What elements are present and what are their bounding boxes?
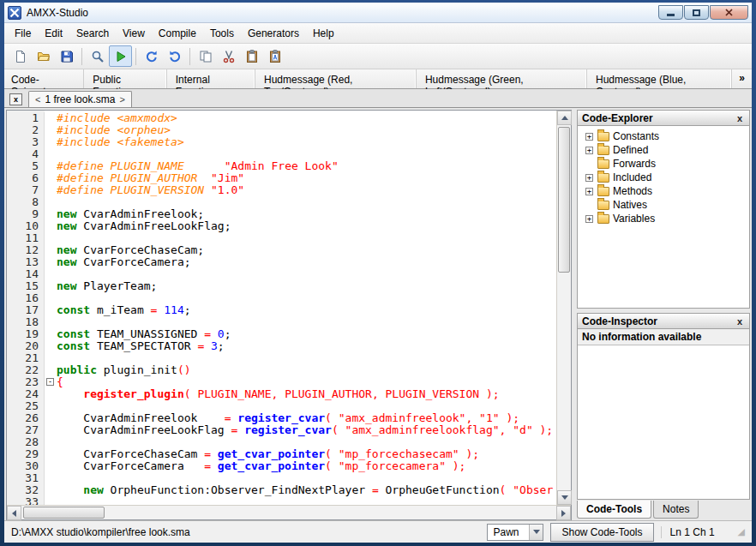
save-button[interactable] (55, 45, 78, 67)
cut-button[interactable] (217, 45, 240, 67)
scroll-down-button[interactable] (557, 490, 572, 505)
scroll-right-button[interactable] (556, 506, 571, 520)
line-number: 8 (7, 196, 45, 208)
tab-label: 1 free look.sma (45, 93, 115, 105)
language-select[interactable]: Pawn (487, 524, 543, 541)
menu-search[interactable]: Search (69, 23, 116, 43)
snippet-internal-function[interactable]: Internal Function (166, 69, 255, 88)
copy-button[interactable] (194, 45, 217, 67)
close-button[interactable] (710, 5, 748, 20)
folder-icon (597, 159, 609, 169)
paste-button[interactable] (240, 45, 263, 67)
code-line: 21 (7, 352, 556, 364)
code-line: 29 CvarForceChaseCam = get_cvar_pointer(… (7, 448, 556, 460)
show-code-tools-button[interactable]: Show Code-Tools (550, 523, 653, 542)
menu-view[interactable]: View (116, 23, 152, 43)
horizontal-scroll-track[interactable] (21, 506, 556, 519)
code-text: new CvarForceChaseCam; (57, 244, 556, 256)
scroll-left-button[interactable] (7, 506, 21, 520)
maximize-button[interactable] (684, 5, 709, 20)
menu-bar: FileEditSearchViewCompileToolsGenerators… (4, 23, 752, 44)
fold-margin (45, 484, 57, 496)
fold-margin (45, 400, 57, 412)
horizontal-scroll-thumb[interactable] (23, 507, 105, 519)
menu-help[interactable]: Help (306, 23, 341, 43)
undo-button[interactable] (140, 45, 163, 67)
bottom-tab-code-tools[interactable]: Code-Tools (577, 501, 651, 519)
undo-icon (145, 50, 159, 63)
search-button[interactable] (86, 45, 109, 67)
tab-scroll-left-icon[interactable]: < (35, 94, 40, 105)
code-explorer-close-icon[interactable]: x (735, 113, 745, 123)
select-all-button[interactable] (263, 45, 286, 67)
tab-free-look[interactable]: < 1 free look.sma > (28, 91, 132, 107)
code-text (57, 268, 556, 280)
vertical-scroll-thumb[interactable] (558, 127, 570, 273)
tree-item-constants[interactable]: +Constants (579, 129, 747, 143)
code-text: new CvarForceCamera; (57, 256, 556, 268)
resize-grip-icon[interactable]: ◢ (738, 526, 745, 537)
scroll-up-button[interactable] (557, 111, 572, 125)
menu-tools[interactable]: Tools (203, 23, 241, 43)
menu-edit[interactable]: Edit (38, 23, 69, 43)
code-text: const TEAM_SPECTATOR = 3; (57, 340, 556, 352)
code-editor[interactable]: 1#include <amxmodx>2#include <orpheu>3#i… (7, 111, 556, 505)
code-snippets-bar: Code-Snippets: Public FunctionInternal F… (4, 69, 752, 89)
tree-item-methods[interactable]: +Methods (579, 184, 747, 198)
code-explorer-title: Code-Explorer (582, 112, 653, 124)
new-file-button[interactable] (9, 45, 32, 67)
line-number: 13 (7, 256, 45, 268)
expand-plus-icon[interactable]: + (585, 133, 593, 141)
code-inspector-panel: Code-Inspector x No information availabl… (577, 313, 750, 500)
line-number: 29 (7, 448, 45, 460)
folder-icon (597, 132, 609, 141)
tab-scroll-right-icon[interactable]: > (119, 94, 124, 105)
expand-plus-icon[interactable]: + (585, 147, 593, 154)
tree-item-forwards[interactable]: Forwards (579, 157, 747, 171)
right-panel: Code-Explorer x +Constants+DefinedForwar… (577, 110, 750, 520)
menu-file[interactable]: File (8, 23, 38, 43)
line-number: 19 (7, 328, 45, 340)
compile-run-button[interactable] (109, 45, 132, 67)
editor-horizontal-scrollbar[interactable] (7, 505, 571, 519)
fold-margin (45, 136, 57, 148)
vertical-scroll-track[interactable] (557, 125, 571, 490)
fold-margin: - (45, 376, 57, 388)
menu-compile[interactable]: Compile (152, 23, 203, 43)
tree-item-included[interactable]: +Included (579, 171, 747, 184)
snippet-hudmessage-blue-centered[interactable]: Hudmessage (Blue, Centered) (586, 69, 731, 88)
code-line: 23-{ (7, 376, 556, 388)
tree-item-defined[interactable]: +Defined (579, 143, 747, 157)
status-bar: D:\AMXX studio\kompiler\free look.sma Pa… (4, 520, 752, 543)
expand-plus-icon[interactable]: + (585, 215, 593, 223)
tab-close-button[interactable]: x (9, 93, 22, 105)
tree-item-variables[interactable]: +Variables (579, 212, 747, 225)
snippet-hudmessage-green-left-centered[interactable]: Hudmessage (Green, Left/Centered) (416, 69, 586, 88)
bottom-tab-notes[interactable]: Notes (653, 501, 699, 519)
menu-generators[interactable]: Generators (241, 23, 306, 43)
combo-dropdown-button[interactable] (529, 525, 543, 540)
close-icon (725, 9, 733, 16)
code-text: new PlayerTeam; (57, 280, 556, 292)
snippet-public-function[interactable]: Public Function (83, 69, 166, 88)
snippet-hudmessage-red-top-centered[interactable]: Hudmessage (Red, Top/Centered) (255, 69, 416, 88)
expand-plus-icon[interactable]: + (585, 188, 593, 195)
tree-item-natives[interactable]: Natives (579, 198, 747, 212)
code-inspector-close-icon[interactable]: x (735, 316, 745, 327)
expand-plus-icon[interactable]: + (585, 174, 593, 182)
code-line: 20const TEAM_SPECTATOR = 3; (7, 340, 556, 352)
arrow-right-icon (561, 510, 566, 517)
fold-toggle-icon[interactable]: - (46, 378, 54, 386)
open-file-button[interactable] (32, 45, 55, 67)
redo-button[interactable] (163, 45, 186, 67)
code-line: 15new PlayerTeam; (7, 280, 556, 292)
code-line: 26 CvarAdminFreelook = register_cvar( "a… (7, 412, 556, 424)
fold-margin (45, 160, 57, 172)
snippets-overflow-button[interactable]: » (731, 69, 752, 88)
fold-margin (45, 340, 57, 352)
fold-margin (45, 412, 57, 424)
minimize-button[interactable] (658, 5, 683, 20)
editor-vertical-scrollbar[interactable] (556, 111, 571, 505)
code-line: 18 (7, 316, 556, 328)
folder-icon (597, 146, 609, 155)
